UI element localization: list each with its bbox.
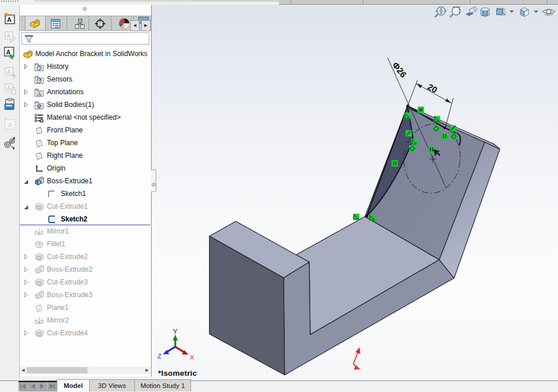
svg-text:20: 20 [426,82,439,95]
svg-text:A: A [37,90,41,96]
svg-text:°: ° [12,48,13,51]
svg-text:X: X [190,354,194,361]
svg-text:A: A [6,85,10,91]
svg-text:A: A [6,33,10,39]
svg-text:A: A [7,16,12,23]
svg-text:A: A [6,69,10,75]
svg-text:A: A [8,121,12,128]
svg-text:Z: Z [157,353,161,360]
